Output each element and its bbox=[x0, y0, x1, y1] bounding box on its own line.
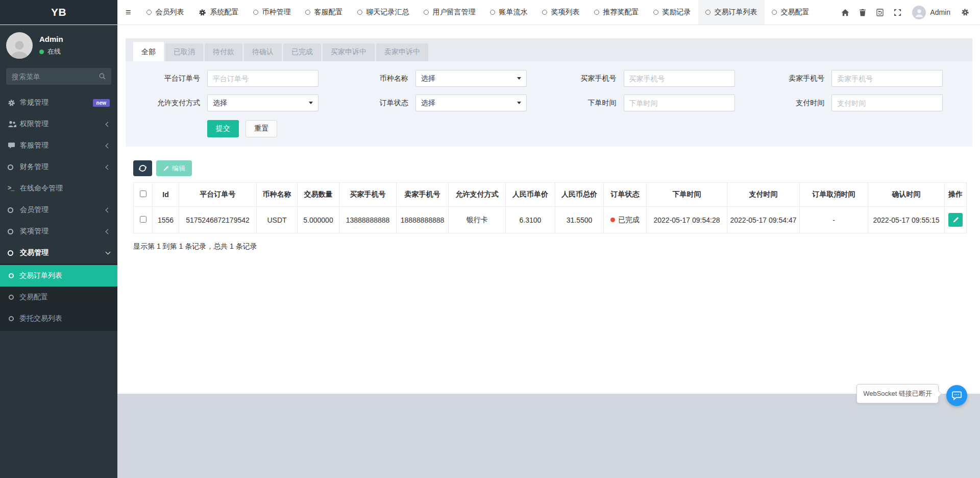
chat-widget-button[interactable] bbox=[946, 385, 967, 406]
chat-icon bbox=[8, 142, 15, 149]
order-status-select[interactable]: 选择 bbox=[415, 94, 527, 111]
nav-item-2[interactable]: 系统配置 bbox=[191, 0, 246, 25]
sidebar-subitem-3[interactable]: 委托交易列表 bbox=[0, 308, 117, 329]
nav-item-7[interactable]: 账单流水 bbox=[483, 0, 535, 25]
tab-7[interactable]: 卖家申诉中 bbox=[376, 43, 428, 61]
sidebar-subitem-2[interactable]: 交易配置 bbox=[0, 286, 117, 308]
platform-order-no-input[interactable] bbox=[207, 70, 318, 87]
circle-icon bbox=[9, 316, 14, 321]
edit-button[interactable]: 编辑 bbox=[156, 160, 192, 176]
nav-item-8[interactable]: 奖项列表 bbox=[535, 0, 587, 25]
sidebar-item-6[interactable]: 会员管理 bbox=[0, 199, 117, 221]
users-icon bbox=[8, 121, 16, 128]
search-input[interactable] bbox=[12, 73, 99, 81]
tab-5[interactable]: 已完成 bbox=[283, 43, 321, 61]
row-checkbox[interactable] bbox=[140, 216, 146, 223]
sidebar-user-panel: Admin 在线 bbox=[0, 25, 117, 64]
table-toolbar: 编辑 bbox=[133, 160, 965, 176]
pay-time-input[interactable] bbox=[831, 94, 943, 111]
sidebar-item-label: 客服管理 bbox=[20, 141, 48, 150]
nav-item-5[interactable]: 聊天记录汇总 bbox=[350, 0, 416, 25]
nav-item-3[interactable]: 币种管理 bbox=[246, 0, 298, 25]
sidebar-item-label: 在线命令管理 bbox=[20, 184, 63, 193]
nav-item-12[interactable]: 交易配置 bbox=[765, 0, 817, 25]
sidebar-item-1[interactable]: 常规管理new bbox=[0, 92, 117, 113]
column-header-1: Id bbox=[153, 183, 179, 207]
sidebar-item-2[interactable]: 权限管理 bbox=[0, 113, 117, 135]
refresh-button[interactable] bbox=[133, 160, 152, 176]
chevron-down-icon bbox=[106, 252, 110, 254]
tab-4[interactable]: 待确认 bbox=[244, 43, 282, 61]
sidebar-subitem-1[interactable]: 交易订单列表 bbox=[0, 265, 117, 286]
circle-icon bbox=[146, 10, 152, 15]
nav-item-label: 交易订单列表 bbox=[715, 8, 757, 17]
edit-button-label: 编辑 bbox=[172, 164, 185, 173]
nav-item-label: 客服配置 bbox=[314, 8, 343, 17]
sidebar-subitem-label: 委托交易列表 bbox=[19, 314, 62, 323]
sidebar-item-label: 常规管理 bbox=[20, 98, 48, 107]
buyer-phone-input[interactable] bbox=[624, 70, 735, 87]
nav-item-10[interactable]: 奖励记录 bbox=[646, 0, 698, 25]
filter-label-coin-name: 币种名称 bbox=[341, 74, 408, 83]
cell-order-time: 2022-05-17 09:54:28 bbox=[647, 207, 727, 233]
sidebar-item-4[interactable]: 财务管理 bbox=[0, 156, 117, 178]
order-status-tabs: 全部已取消待付款待确认已完成买家申诉中卖家申诉中 bbox=[126, 38, 972, 61]
filter-field-pay-method: 允许支付方式选择 bbox=[133, 94, 341, 111]
reset-button[interactable]: 重置 bbox=[246, 120, 277, 137]
sidebar-toggle-hamburger-icon[interactable]: ≡ bbox=[117, 0, 139, 25]
user-status: 在线 bbox=[39, 47, 63, 56]
tab-3[interactable]: 待付款 bbox=[205, 43, 242, 61]
home-icon[interactable] bbox=[837, 0, 854, 25]
trash-icon[interactable] bbox=[854, 0, 871, 25]
nav-item-9[interactable]: 推荐奖配置 bbox=[587, 0, 646, 25]
navbar-menu: 会员列表系统配置币种管理客服配置聊天记录汇总用户留言管理账单流水奖项列表推荐奖配… bbox=[139, 0, 817, 25]
app-logo[interactable]: YB bbox=[0, 0, 117, 25]
nav-item-4[interactable]: 客服配置 bbox=[298, 0, 350, 25]
refresh-page-icon[interactable] bbox=[871, 0, 889, 25]
sidebar-item-7[interactable]: 奖项管理 bbox=[0, 221, 117, 242]
tab-2[interactable]: 已取消 bbox=[165, 43, 203, 61]
circle-icon bbox=[705, 10, 710, 15]
select-all-checkbox[interactable] bbox=[140, 190, 146, 197]
cell-cancel-time: - bbox=[800, 207, 868, 233]
coin-name-select[interactable]: 选择 bbox=[415, 70, 527, 87]
cogs-icon[interactable] bbox=[957, 0, 974, 25]
sidebar-item-3[interactable]: 客服管理 bbox=[0, 135, 117, 156]
sidebar-item-8[interactable]: 交易管理 bbox=[0, 242, 117, 264]
column-header-8: 人民币单价 bbox=[506, 183, 555, 207]
column-header-3: 币种名称 bbox=[257, 183, 298, 207]
order-time-input[interactable] bbox=[624, 94, 735, 111]
cell-id: 1556 bbox=[153, 207, 179, 233]
nav-item-1[interactable]: 会员列表 bbox=[139, 0, 191, 25]
nav-item-label: 币种管理 bbox=[262, 8, 291, 17]
filter-label-seller-phone: 卖家手机号 bbox=[757, 74, 824, 83]
circle-icon bbox=[357, 10, 362, 15]
admin-menu[interactable]: Admin bbox=[906, 6, 957, 19]
search-icon[interactable] bbox=[99, 73, 106, 80]
fullscreen-icon[interactable] bbox=[889, 0, 906, 25]
circle-icon bbox=[8, 164, 13, 170]
cell-trade-amount: 5.000000 bbox=[298, 207, 339, 233]
sidebar-item-label: 交易管理 bbox=[20, 248, 48, 257]
navbar-right: Admin bbox=[837, 0, 980, 25]
cell-platform-order-no: 5175246872179542 bbox=[179, 207, 257, 233]
pay-method-select[interactable]: 选择 bbox=[207, 94, 318, 111]
select-value: 选择 bbox=[213, 99, 227, 108]
tab-1[interactable]: 全部 bbox=[133, 42, 164, 61]
row-edit-button[interactable] bbox=[948, 213, 963, 227]
cell-confirm-time: 2022-05-17 09:55:15 bbox=[868, 207, 945, 233]
sidebar-item-5[interactable]: >_在线命令管理 bbox=[0, 178, 117, 199]
column-header-13: 订单取消时间 bbox=[800, 183, 868, 207]
submit-button[interactable]: 提交 bbox=[207, 120, 239, 137]
nav-item-11[interactable]: 交易订单列表 bbox=[698, 0, 765, 25]
seller-phone-input[interactable] bbox=[831, 70, 943, 87]
nav-item-6[interactable]: 用户留言管理 bbox=[416, 0, 483, 25]
websocket-tooltip: WebSocket 链接已断开 bbox=[856, 384, 939, 403]
column-header-7: 允许支付方式 bbox=[449, 183, 506, 207]
admin-name-label: Admin bbox=[930, 8, 950, 16]
circle-icon bbox=[8, 207, 13, 213]
tab-6[interactable]: 买家申诉中 bbox=[323, 43, 375, 61]
column-header-10: 订单状态 bbox=[604, 183, 647, 207]
new-badge: new bbox=[93, 99, 110, 107]
sidebar-search bbox=[6, 68, 111, 85]
